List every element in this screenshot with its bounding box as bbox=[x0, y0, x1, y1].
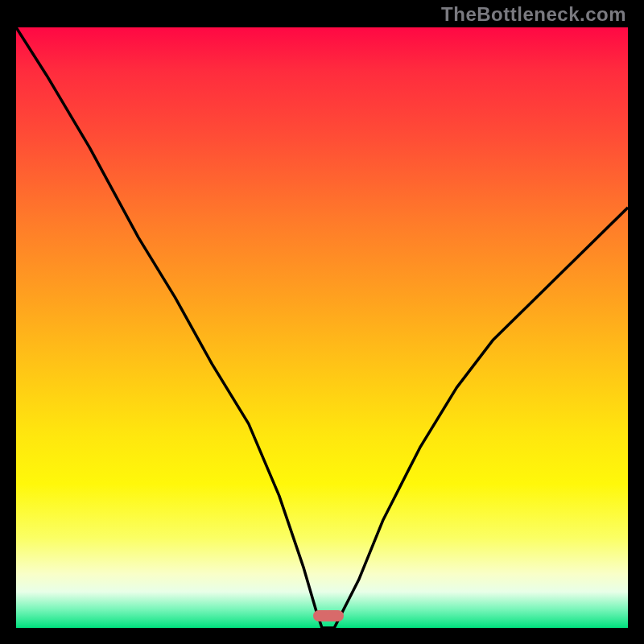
plot-area bbox=[16, 27, 628, 628]
watermark-text: TheBottleneck.com bbox=[441, 3, 626, 26]
optimal-marker bbox=[313, 610, 344, 621]
bottleneck-curve bbox=[16, 27, 628, 628]
chart-frame: TheBottleneck.com bbox=[0, 0, 644, 644]
